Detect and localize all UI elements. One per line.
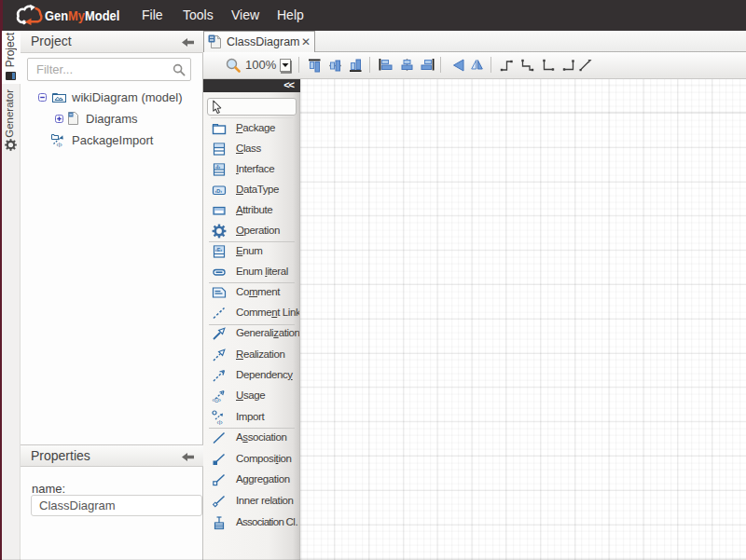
svg-text:‹I›: ‹I› [217, 419, 223, 426]
svg-text:‹ʘ›: ‹ʘ› [213, 397, 221, 403]
svg-text:‹E›: ‹E› [215, 247, 223, 253]
svg-text:‹I›: ‹I› [57, 142, 62, 148]
svg-text:‹I›: ‹I› [215, 164, 220, 170]
svg-text:‹D›: ‹D› [215, 188, 223, 194]
